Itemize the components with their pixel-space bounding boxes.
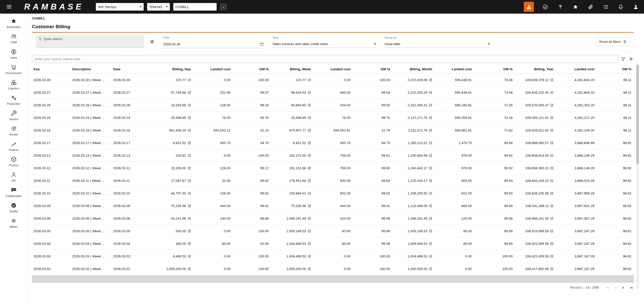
column-header-gm[interactable]: GM % bbox=[597, 65, 634, 74]
task-list-icon[interactable] bbox=[600, 0, 611, 14]
cell-billing-day[interactable]: 223.77 bbox=[145, 74, 193, 86]
drilldown-icon[interactable] bbox=[306, 78, 311, 82]
drilldown-icon[interactable] bbox=[306, 204, 311, 208]
drilldown-icon[interactable] bbox=[186, 166, 191, 170]
drilldown-icon[interactable] bbox=[427, 116, 432, 120]
filter-funnel-button[interactable] bbox=[620, 56, 626, 62]
drilldown-icon[interactable] bbox=[549, 141, 553, 145]
cell-billing-week[interactable]: 159,864.01 bbox=[271, 187, 313, 199]
drilldown-icon[interactable] bbox=[186, 191, 191, 195]
drilldown-icon[interactable] bbox=[306, 166, 311, 170]
drilldown-icon[interactable] bbox=[186, 229, 191, 233]
table-row[interactable]: 2026.03.112026.03.11 ( Week ...2026.03.1… bbox=[32, 174, 634, 187]
drilldown-icon[interactable] bbox=[549, 204, 553, 208]
drilldown-icon[interactable] bbox=[427, 78, 432, 82]
cell-billing-day[interactable]: 9,451.52 bbox=[145, 137, 193, 149]
cell-billing-week[interactable]: 176,951.68 bbox=[271, 174, 313, 187]
drilldown-icon[interactable] bbox=[186, 204, 191, 208]
drilldown-icon[interactable] bbox=[549, 179, 553, 183]
date-filter-value[interactable]: 2026.03.30 bbox=[163, 42, 264, 48]
drilldown-icon[interactable] bbox=[427, 191, 432, 195]
cell-billing-month[interactable]: 2,152,455.41 bbox=[393, 99, 435, 111]
cell-billing-month[interactable]: 1,000,000.00 bbox=[393, 262, 435, 275]
cell-billing-month[interactable]: 1,004,649.53 bbox=[393, 237, 435, 250]
cell-billing-day[interactable]: 500.00 bbox=[145, 225, 193, 237]
cell-billing-week[interactable]: 1,005,149.53 bbox=[271, 225, 313, 237]
cell-billing-month[interactable]: 2,210,205.29 bbox=[393, 86, 435, 99]
cell-billing-month[interactable]: 1,225,243.17 bbox=[393, 174, 435, 187]
reset-all-filters-button[interactable]: Reset all filters bbox=[596, 38, 630, 46]
drilldown-icon[interactable] bbox=[427, 204, 432, 208]
cell-billing-day[interactable]: 15,200.00 bbox=[145, 162, 193, 174]
column-header-landed-cost[interactable]: Landed cost bbox=[313, 65, 353, 74]
cell-billing-day[interactable]: 17,087.67 bbox=[145, 174, 193, 187]
drilldown-icon[interactable] bbox=[549, 229, 553, 233]
cell-billing-day[interactable]: 25,599.99 bbox=[145, 111, 193, 124]
column-header-date[interactable]: Date bbox=[112, 65, 145, 74]
cell-billing-month[interactable]: 1,250,115.51 bbox=[393, 137, 435, 149]
table-row[interactable]: 2026.03.052026.03.05 ( Week ...2026.03.0… bbox=[32, 225, 634, 237]
cell-billing-week[interactable]: 9,451.52 bbox=[271, 137, 313, 149]
table-row[interactable]: 2026.03.062026.03.06 ( Week ...2026.03.0… bbox=[32, 212, 634, 225]
cell-billing-day[interactable]: 75,156.56 bbox=[145, 199, 193, 212]
table-row[interactable]: 2026.03.122026.03.12 ( Week ...2026.03.1… bbox=[32, 162, 634, 174]
drilldown-icon[interactable] bbox=[549, 191, 553, 195]
drilldown-icon[interactable] bbox=[549, 217, 553, 220]
drilldown-icon[interactable] bbox=[427, 141, 432, 145]
view-filter-select[interactable]: Sales invoices and sales credit notes bbox=[272, 42, 376, 48]
group-by-filter-select[interactable]: Issue date bbox=[385, 42, 490, 48]
cell-billing-week[interactable]: 192,372.50 bbox=[271, 149, 313, 162]
drilldown-icon[interactable] bbox=[186, 91, 191, 94]
drilldown-icon[interactable] bbox=[186, 116, 191, 120]
drilldown-icon[interactable] bbox=[186, 154, 191, 157]
drilldown-icon[interactable] bbox=[306, 91, 311, 94]
cell-billing-day[interactable]: 43,141.96 bbox=[145, 212, 193, 225]
drilldown-icon[interactable] bbox=[427, 217, 432, 220]
cell-billing-year[interactable]: 109,570,405.47 bbox=[515, 99, 556, 111]
cell-billing-month[interactable]: 2,111,571.76 bbox=[393, 124, 435, 137]
table-row[interactable]: 2026.03.262026.03.26 ( Week ...2026.03.2… bbox=[32, 99, 634, 111]
cell-billing-year[interactable]: 108,422,439.59 bbox=[515, 250, 556, 262]
vertical-scrollbar[interactable] bbox=[636, 64, 639, 289]
drilldown-icon[interactable] bbox=[306, 191, 311, 195]
cell-billing-year[interactable]: 109,529,521.82 bbox=[515, 124, 556, 137]
drilldown-icon[interactable] bbox=[427, 242, 432, 246]
cell-billing-month[interactable]: 1,048,291.49 bbox=[393, 212, 435, 225]
program-search-input[interactable] bbox=[173, 3, 217, 11]
drilldown-icon[interactable] bbox=[306, 217, 311, 220]
drilldown-icon[interactable] bbox=[306, 103, 311, 107]
last-page-icon[interactable] bbox=[630, 286, 633, 290]
target-check-icon[interactable] bbox=[539, 0, 551, 14]
sidebar-item-collaboration[interactable]: Collaboration bbox=[0, 185, 27, 200]
sidebar-item-sales[interactable]: Sales bbox=[0, 46, 27, 62]
cell-billing-month[interactable]: 2,210,429.06 bbox=[393, 74, 435, 86]
help-icon[interactable]: ? bbox=[554, 0, 566, 14]
drilldown-icon[interactable] bbox=[306, 242, 311, 246]
sidebar-item-rental[interactable]: Rental bbox=[0, 123, 27, 139]
drilldown-icon[interactable] bbox=[306, 141, 311, 145]
sidebar-item-crm[interactable]: CRM bbox=[0, 31, 27, 46]
table-row[interactable]: 2026.03.182026.03.18 ( Week ...2026.03.1… bbox=[32, 124, 634, 137]
cell-billing-year[interactable]: 108,626,105.56 bbox=[515, 187, 556, 199]
column-header-gm[interactable]: GM % bbox=[233, 65, 271, 74]
cell-billing-year[interactable]: 108,422,599.59 bbox=[515, 237, 556, 250]
cell-billing-year[interactable]: 109,555,121.81 bbox=[515, 111, 556, 124]
warning-button[interactable] bbox=[524, 2, 534, 12]
cell-billing-week[interactable]: 1,004,649.53 bbox=[271, 237, 313, 250]
drilldown-icon[interactable] bbox=[306, 116, 311, 120]
cell-billing-day[interactable]: 1,000,000.00 bbox=[145, 262, 193, 275]
sidebar-item-admin[interactable]: Admin bbox=[0, 215, 27, 231]
drilldown-icon[interactable] bbox=[427, 166, 432, 170]
cell-billing-month[interactable]: 1,240,663.99 bbox=[393, 149, 435, 162]
table-row[interactable]: 2026.03.132026.03.13 ( Week ...2026.03.1… bbox=[32, 149, 634, 162]
drilldown-icon[interactable] bbox=[186, 141, 191, 145]
cell-billing-week[interactable]: 75,156.56 bbox=[271, 199, 313, 212]
drilldown-icon[interactable] bbox=[427, 103, 432, 107]
user-icon[interactable] bbox=[630, 0, 641, 14]
cell-billing-day[interactable]: 15,283.66 bbox=[145, 99, 193, 111]
drilldown-icon[interactable] bbox=[549, 166, 553, 170]
drilldown-icon[interactable] bbox=[186, 128, 191, 132]
hamburger-menu-icon[interactable] bbox=[4, 0, 14, 14]
cell-billing-day[interactable]: 57,749.88 bbox=[145, 86, 193, 99]
table-row[interactable]: 2026.03.032026.03.03 ( Week ...2026.03.0… bbox=[32, 250, 634, 262]
